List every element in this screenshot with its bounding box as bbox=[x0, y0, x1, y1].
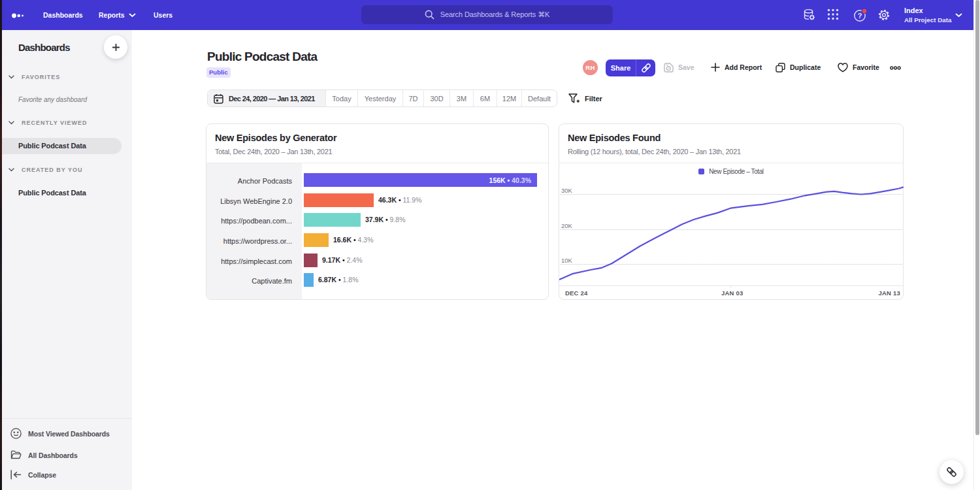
svg-text:?: ? bbox=[858, 12, 862, 20]
